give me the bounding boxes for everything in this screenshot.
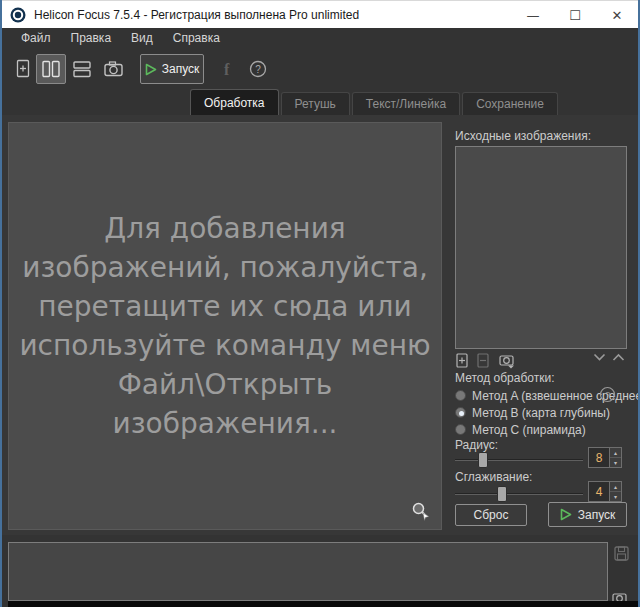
menu-view[interactable]: Вид xyxy=(121,29,163,48)
method-c-option[interactable]: Метод C (пирамида) xyxy=(455,421,640,438)
main-area: Для добавления изображений, пожалуйста, … xyxy=(2,115,638,535)
vertical-split-view-button[interactable] xyxy=(36,54,66,84)
bottom-scrollbar[interactable] xyxy=(8,601,640,607)
radius-slider-handle[interactable] xyxy=(478,452,488,468)
help-icon: ? xyxy=(249,60,267,78)
run-button-label: Запуск xyxy=(578,508,616,522)
method-b-option[interactable]: Метод B (карта глубины) xyxy=(455,404,640,421)
facebook-icon: f xyxy=(220,59,234,79)
svg-text:f: f xyxy=(224,61,230,78)
smoothing-slider-handle[interactable] xyxy=(497,486,507,502)
window-title: Helicon Focus 7.5.4 - Регистрация выполн… xyxy=(34,8,359,22)
radius-value: 8 xyxy=(589,448,609,467)
vertical-split-icon xyxy=(41,60,61,78)
horizontal-split-icon xyxy=(72,60,92,78)
svg-text:?: ? xyxy=(605,389,610,400)
radius-spinbox[interactable]: 8 ▴ ▾ xyxy=(588,447,622,468)
results-strip[interactable] xyxy=(8,542,608,601)
add-image-button[interactable] xyxy=(456,353,469,368)
radius-slider[interactable] xyxy=(455,452,583,468)
svg-text:?: ? xyxy=(255,64,261,75)
move-down-icon[interactable] xyxy=(593,353,606,362)
slider-track xyxy=(455,493,583,495)
camera-icon xyxy=(103,60,125,78)
tab-retouch[interactable]: Ретушь xyxy=(281,92,350,115)
run-toolbar-label: Запуск xyxy=(162,62,200,76)
run-toolbar-button[interactable]: Запуск xyxy=(140,54,204,84)
drop-zone-message: Для добавления изображений, пожалуйста, … xyxy=(10,209,440,443)
method-b-label: Метод B (карта глубины) xyxy=(472,406,610,420)
reset-button[interactable]: Сброс xyxy=(455,504,527,526)
radio-unselected-icon xyxy=(455,424,466,435)
help-icon: ? xyxy=(599,386,616,403)
move-up-icon[interactable] xyxy=(612,353,625,362)
method-help-button[interactable]: ? xyxy=(599,386,616,403)
horizontal-split-view-button[interactable] xyxy=(68,54,96,84)
radio-selected-icon xyxy=(455,407,466,418)
reset-button-label: Сброс xyxy=(474,508,509,522)
radius-label: Радиус: xyxy=(455,438,498,452)
tab-processing-label: Обработка xyxy=(204,96,265,110)
minimize-button[interactable]: — xyxy=(512,1,554,29)
run-button[interactable]: Запуск xyxy=(548,502,627,527)
slider-track xyxy=(455,459,583,461)
save-icon[interactable] xyxy=(614,546,629,561)
menu-file[interactable]: Файл xyxy=(11,29,61,48)
tab-saving-label: Сохранение xyxy=(476,97,544,111)
play-icon xyxy=(560,508,572,521)
spin-up-icon[interactable]: ▴ xyxy=(610,482,621,492)
spin-up-icon[interactable]: ▴ xyxy=(610,448,621,458)
helicon-logo-icon xyxy=(10,7,26,23)
toolbar: Запуск f ? xyxy=(2,49,638,88)
method-label: Метод обработки: xyxy=(455,371,554,385)
maximize-button[interactable]: ☐ xyxy=(554,1,596,29)
camera-button[interactable] xyxy=(100,54,128,84)
menu-bar: Файл Правка Вид Справка xyxy=(2,28,638,49)
method-c-label: Метод C (пирамида) xyxy=(472,423,586,437)
tab-saving[interactable]: Сохранение xyxy=(462,92,558,115)
magnifier-icon[interactable] xyxy=(411,501,431,521)
smoothing-steppers: ▴ ▾ xyxy=(609,482,621,501)
source-list-toolbar xyxy=(455,353,627,369)
smoothing-label: Сглаживание: xyxy=(455,470,532,484)
bottom-panel xyxy=(2,535,638,607)
close-button[interactable]: ✕ xyxy=(596,1,638,29)
play-icon xyxy=(145,63,157,76)
tab-text-ruler-label: Текст/Линейка xyxy=(366,97,446,111)
help-button[interactable]: ? xyxy=(246,54,270,84)
app-window: Helicon Focus 7.5.4 - Регистрация выполн… xyxy=(0,0,640,607)
image-drop-zone[interactable]: Для добавления изображений, пожалуйста, … xyxy=(8,122,442,530)
tab-bar: Обработка Ретушь Текст/Линейка Сохранени… xyxy=(2,88,638,115)
radio-unselected-icon xyxy=(455,390,466,401)
add-images-button[interactable] xyxy=(10,54,36,84)
smoothing-slider[interactable] xyxy=(455,486,583,502)
spin-down-icon[interactable]: ▾ xyxy=(610,458,621,467)
facebook-button[interactable]: f xyxy=(216,54,238,84)
smoothing-spinbox[interactable]: 4 ▴ ▾ xyxy=(588,481,622,502)
menu-help[interactable]: Справка xyxy=(163,29,230,48)
source-images-list[interactable] xyxy=(455,146,627,349)
spin-down-icon[interactable]: ▾ xyxy=(610,492,621,501)
tab-text-ruler[interactable]: Текст/Линейка xyxy=(352,92,460,115)
remove-image-button[interactable] xyxy=(477,353,490,368)
source-images-label: Исходные изображения: xyxy=(455,129,591,143)
add-file-icon xyxy=(15,59,31,79)
tab-processing[interactable]: Обработка xyxy=(190,89,279,115)
window-controls: — ☐ ✕ xyxy=(512,1,638,29)
camera-capture-button[interactable] xyxy=(499,353,517,369)
smoothing-value: 4 xyxy=(589,482,609,501)
title-bar: Helicon Focus 7.5.4 - Регистрация выполн… xyxy=(2,0,638,28)
menu-edit[interactable]: Правка xyxy=(61,29,122,48)
radius-steppers: ▴ ▾ xyxy=(609,448,621,467)
settings-panel: Исходные изображения: xyxy=(448,115,640,535)
tab-retouch-label: Ретушь xyxy=(295,97,336,111)
